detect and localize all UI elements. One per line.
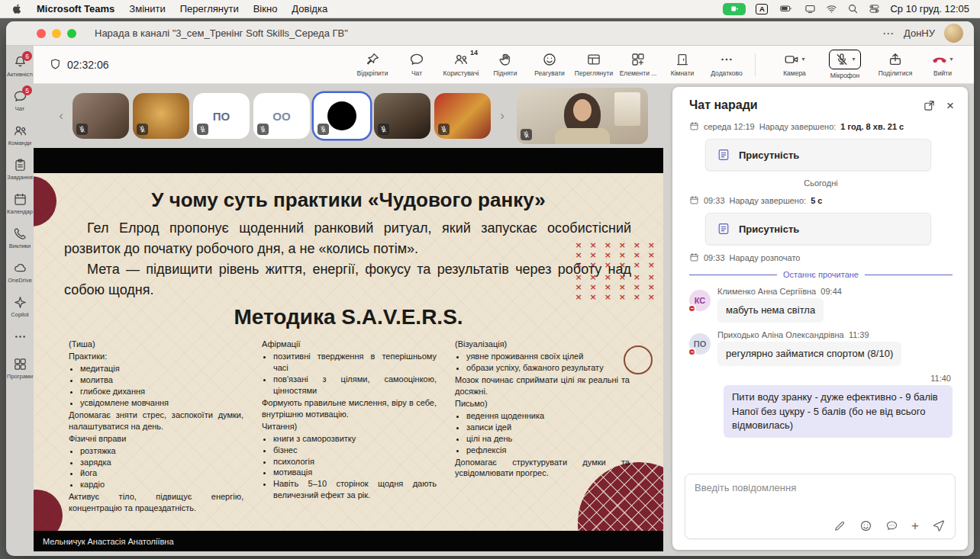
participant-tile[interactable]	[434, 93, 491, 139]
view-button[interactable]: Переглянути	[572, 47, 616, 82]
rail-item-calls[interactable]: Виклики	[6, 226, 34, 249]
rail-item-onedrive[interactable]: OneDrive	[6, 261, 34, 284]
camera-active-indicator[interactable]	[723, 3, 746, 15]
input-source-icon[interactable]: A	[756, 4, 768, 14]
participants-filmstrip: ‹ ПО ОО	[34, 84, 663, 148]
mic-off-icon	[834, 52, 849, 67]
share-screen-icon	[888, 52, 903, 67]
attendance-card[interactable]: Присутність	[705, 213, 931, 245]
avatar[interactable]: ПО	[689, 333, 711, 355]
participant-video-tile[interactable]	[517, 88, 648, 144]
meeting-event-icon	[689, 252, 699, 262]
format-pen-icon[interactable]	[833, 519, 846, 532]
menubar-clock[interactable]: Ср 10 груд. 12:05	[890, 3, 969, 14]
hang-up-icon	[932, 52, 947, 67]
participant-tile[interactable]	[73, 93, 129, 139]
slide-bullet: молитва	[80, 374, 243, 386]
day-divider: Сьогодні	[689, 178, 953, 188]
menubar-menu-item[interactable]: Довідка	[292, 3, 327, 14]
chevron-down-icon[interactable]: ▾	[801, 56, 804, 63]
people-icon	[13, 124, 27, 138]
user-avatar[interactable]	[944, 24, 963, 43]
app-rail: 6 Активність 5 Чат Команди Завдання Кале…	[6, 46, 34, 556]
menubar-menus: ЗмінитиПереглянутиВікноДовідка	[129, 3, 327, 14]
chevron-down-icon[interactable]: ▾	[852, 56, 855, 63]
participant-tile[interactable]	[374, 93, 430, 139]
participants-button[interactable]: 14 Користувачі	[439, 47, 483, 82]
close-icon[interactable]: ×	[946, 99, 954, 112]
send-icon[interactable]	[932, 519, 946, 532]
menubar-menu-item[interactable]: Переглянути	[180, 3, 239, 14]
apple-menu-icon[interactable]	[11, 3, 22, 14]
avatar[interactable]: КС	[689, 290, 711, 311]
pin-icon	[365, 52, 380, 67]
control-center-icon[interactable]	[869, 3, 880, 14]
message-composer[interactable]: +	[685, 474, 956, 539]
elements-button[interactable]: Елементи ...	[616, 47, 660, 82]
raise-hand-button[interactable]: Підняти	[483, 47, 527, 82]
chat-bubble-icon	[409, 52, 424, 67]
popout-icon[interactable]	[923, 99, 936, 112]
slide-bullet: усвідомлене мовчання	[80, 397, 243, 409]
filmstrip-next-button[interactable]: ›	[495, 106, 510, 126]
participant-tile[interactable]: ПО	[193, 93, 250, 139]
tenant-name[interactable]: ДонНУ	[904, 27, 935, 39]
copilot-icon	[13, 295, 27, 310]
rail-item-chat[interactable]: 5 Чат	[6, 89, 34, 112]
participant-tile[interactable]: ОО	[253, 93, 310, 139]
rail-item-apps[interactable]: Програми	[6, 357, 34, 380]
emoji-icon[interactable]	[859, 519, 872, 532]
titlebar-more-icon[interactable]: ⋯	[882, 27, 895, 40]
chevron-down-icon[interactable]: ▾	[949, 56, 953, 63]
participant-tile[interactable]	[133, 93, 189, 139]
filmstrip-prev-button[interactable]: ‹	[53, 106, 69, 126]
system-message: 09:33 Нараду розпочато	[689, 252, 953, 262]
battery-icon[interactable]	[778, 2, 795, 15]
menubar-menu-item[interactable]: Вікно	[253, 3, 278, 14]
unpin-button[interactable]: Відкріпити	[350, 47, 395, 82]
slide-bullet: медитація	[80, 363, 243, 374]
message-bubble: мабуть нема світла	[717, 298, 824, 323]
rooms-button[interactable]: Кімнати	[660, 47, 704, 82]
chat-button[interactable]: Чат	[395, 47, 439, 82]
leave-button[interactable]: ▾ Вийти	[920, 47, 965, 82]
shared-screen-stage: У чому суть практики «Чудового ранку» Ге…	[34, 148, 663, 551]
microphone-focus-ring[interactable]: ▾	[829, 50, 860, 69]
presentation-slide: У чому суть практики «Чудового ранку» Ге…	[34, 173, 663, 531]
rail-item-teams[interactable]: Команди	[6, 124, 34, 146]
share-button[interactable]: Поділитися	[870, 47, 920, 82]
zoom-window-button[interactable]	[67, 29, 76, 38]
system-message: 09:33 Нараду завершено: 5 с	[689, 195, 953, 205]
participant-tile-selected[interactable]	[314, 93, 370, 139]
menubar-app-name[interactable]: Microsoft Teams	[37, 3, 114, 14]
rail-item-activity[interactable]: 6 Активність	[6, 55, 34, 78]
chat-message-list[interactable]: середа 12:19 Нараду завершено: 1 год. 8 …	[672, 117, 968, 466]
wifi-icon[interactable]	[826, 3, 837, 14]
rail-item-more-apps[interactable]	[6, 329, 34, 345]
rail-item-calendar[interactable]: Календар	[6, 192, 34, 215]
meeting-event-icon	[689, 195, 699, 205]
minimize-window-button[interactable]	[52, 29, 61, 38]
react-button[interactable]: Реагувати	[527, 47, 572, 82]
slide-column-silence: (Тиша) Практики: медитаціямолитваглибоке…	[69, 339, 243, 515]
camera-button[interactable]: ▾ Камера	[769, 47, 820, 82]
more-dots-icon	[13, 329, 27, 344]
menubar-menu-item[interactable]: Змінити	[129, 3, 165, 14]
message-time: 11:40	[930, 374, 951, 383]
microphone-button[interactable]: ▾ Мікрофон	[820, 47, 870, 82]
rail-item-assignments[interactable]: Завдання	[6, 158, 34, 181]
meeting-timer: 02:32:06	[49, 58, 109, 71]
shield-icon	[49, 58, 62, 71]
attach-plus-icon[interactable]: +	[911, 519, 919, 532]
participant-initials: ПО	[213, 110, 230, 123]
more-actions-button[interactable]: Додатково	[704, 47, 749, 82]
rail-item-copilot[interactable]: Copilot	[6, 295, 34, 318]
slide-bullet: записи ідей	[466, 422, 630, 433]
spotlight-search-icon[interactable]	[847, 3, 859, 14]
display-mirroring-icon[interactable]	[804, 3, 816, 14]
attendance-card[interactable]: Присутність	[705, 139, 931, 171]
message-input[interactable]	[695, 482, 946, 493]
system-message: середа 12:19 Нараду завершено: 1 год. 8 …	[689, 121, 953, 131]
close-window-button[interactable]	[37, 29, 46, 38]
gif-bubble-icon[interactable]	[885, 519, 898, 532]
